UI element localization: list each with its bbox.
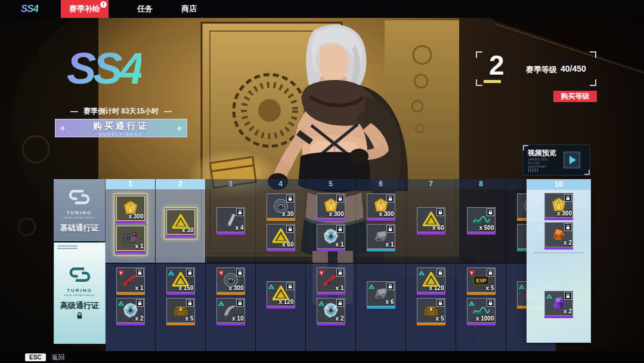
rarity-bar (467, 232, 496, 235)
reward-item[interactable]: x 1 (116, 226, 145, 253)
rarity-bar (367, 249, 395, 251)
lock-icon (336, 269, 344, 276)
rarity-bar (544, 316, 573, 318)
esc-key-hint[interactable]: ESC (25, 353, 46, 361)
badge-cyan-icon (168, 269, 175, 276)
reward-item[interactable]: x 10 (216, 298, 245, 325)
reward-item[interactable]: x 120 (417, 267, 445, 295)
reward-stack: x 150x 5 (156, 264, 205, 351)
item-count: x 2 (564, 239, 572, 246)
rarity-bar (417, 323, 445, 325)
buy-pass-button[interactable]: 购买通行证 SUPPLY PACK (55, 119, 187, 137)
reward-stack: x 500 (456, 189, 506, 263)
reward-item[interactable]: x 2 (116, 298, 145, 325)
lock-icon (186, 269, 194, 276)
basic-rewards-zone: x 300x 1 (106, 189, 155, 263)
reward-item[interactable]: EXPx 5 (467, 267, 496, 295)
reward-item[interactable]: x 1 (367, 224, 395, 251)
video-preview-title: 视频预览 (528, 148, 556, 158)
lock-icon (336, 225, 344, 233)
reward-item[interactable]: x 6 (367, 281, 395, 309)
reward-stack: x 300x 1 (356, 189, 405, 263)
advanced-pass-panel[interactable]: TURING DATA DEPARTMENT 高级通行证 (54, 242, 106, 344)
reward-item[interactable]: x 300 (544, 193, 573, 220)
reward-stack: x 120x 5 (406, 264, 456, 351)
reward-item[interactable]: x 5 (166, 298, 195, 325)
video-preview-subtitle: INFECTEDPLANTANATOMY (528, 158, 548, 168)
reward-item[interactable]: x 30 (267, 193, 295, 221)
lock-icon (564, 223, 572, 231)
notification-badge: ! (100, 1, 107, 8)
barcode-decoration (528, 168, 538, 172)
season-countdown-label: 赛季倒计时 83天15小时 (83, 106, 159, 116)
item-count: x 6 (386, 299, 394, 305)
reward-item[interactable]: x 300 (216, 267, 245, 295)
column-level-label: 7 (406, 179, 456, 189)
back-label: 返回 (52, 353, 65, 362)
lock-icon (336, 299, 344, 307)
column-level-label: 10 (527, 179, 591, 190)
dash-decoration (70, 111, 78, 112)
pass-column-2: 2x 30x 150x 5 (156, 179, 206, 351)
reward-item[interactable]: x 1000 (467, 298, 496, 325)
reward-item[interactable]: x 1 (116, 267, 145, 295)
reward-item[interactable]: x 5 (417, 298, 445, 325)
rarity-bar (467, 293, 496, 295)
bracket-corner (476, 51, 482, 58)
lock-icon (136, 299, 144, 307)
badge-cyan-icon (546, 292, 553, 299)
rarity-bar (317, 249, 345, 251)
rarity-bar (544, 218, 573, 220)
reward-item[interactable]: x 2 (544, 291, 573, 318)
turing-logo-icon (67, 265, 92, 287)
item-count: x 1000 (476, 315, 494, 322)
reward-item[interactable]: x 60 (267, 224, 295, 251)
item-count: x 60 (432, 224, 444, 231)
item-count: x 5 (436, 315, 444, 322)
lock-icon (76, 311, 83, 322)
badge-red-icon (318, 269, 325, 276)
rarity-bar (267, 219, 295, 221)
reward-item[interactable]: x 300 (367, 193, 395, 221)
bracket-corner (584, 170, 590, 175)
reward-stack: EXPx 5x 1000 (456, 264, 506, 351)
reward-item[interactable]: x 300 (317, 193, 345, 221)
reward-item[interactable]: x 300 (116, 196, 145, 223)
buy-level-button[interactable]: 购买等级 (553, 91, 597, 102)
reward-item[interactable]: x 1 (317, 267, 345, 295)
rarity-bar (367, 306, 395, 309)
reward-item[interactable]: x 2 (544, 222, 573, 250)
reward-stack: x 1x 2 (106, 264, 155, 351)
lock-icon (236, 299, 244, 307)
tab-shop[interactable]: 商店 (181, 4, 197, 14)
lock-icon (487, 299, 494, 307)
rarity-bar (317, 293, 345, 295)
reward-item[interactable]: x 2 (317, 298, 345, 325)
lock-icon (286, 195, 294, 202)
reward-item[interactable]: x 500 (467, 207, 496, 235)
basic-rewards-zone: x 30 (156, 189, 205, 263)
lock-icon (286, 282, 294, 290)
reward-stack: x 300x 1 (106, 189, 155, 263)
reward-item[interactable]: x 4 (216, 207, 245, 235)
pass-column-8: 8x 500EXPx 5x 1000 (456, 179, 506, 351)
reward-stack: x 300x 1 (306, 189, 355, 263)
item-count: x 2 (564, 308, 572, 315)
reward-item[interactable]: x 60 (417, 207, 445, 235)
item-count: x 1 (336, 285, 344, 291)
rarity-bar (166, 293, 195, 295)
reward-item[interactable]: x 150 (166, 267, 195, 295)
reward-item[interactable]: x 120 (267, 281, 295, 309)
reward-item[interactable]: x 30 (166, 210, 195, 237)
column-level-label: 3 (206, 179, 255, 189)
play-button[interactable] (564, 152, 580, 168)
tab-season-supply[interactable]: 赛季补给 ! (61, 0, 109, 18)
badge-red-icon (468, 269, 475, 276)
current-level-value: 2 (489, 49, 504, 81)
pass-column-5: 5x 300x 1x 1x 2 (306, 179, 356, 351)
reward-item[interactable]: x 1 (317, 224, 345, 251)
tab-missions[interactable]: 任务 (137, 4, 153, 14)
advanced-rewards-zone: x 120x 5 (406, 263, 456, 351)
pass-column-3: 3x 4x 300x 10 (206, 179, 256, 351)
video-preview-panel[interactable]: 视频预览 INFECTEDPLANTANATOMY (522, 144, 590, 176)
